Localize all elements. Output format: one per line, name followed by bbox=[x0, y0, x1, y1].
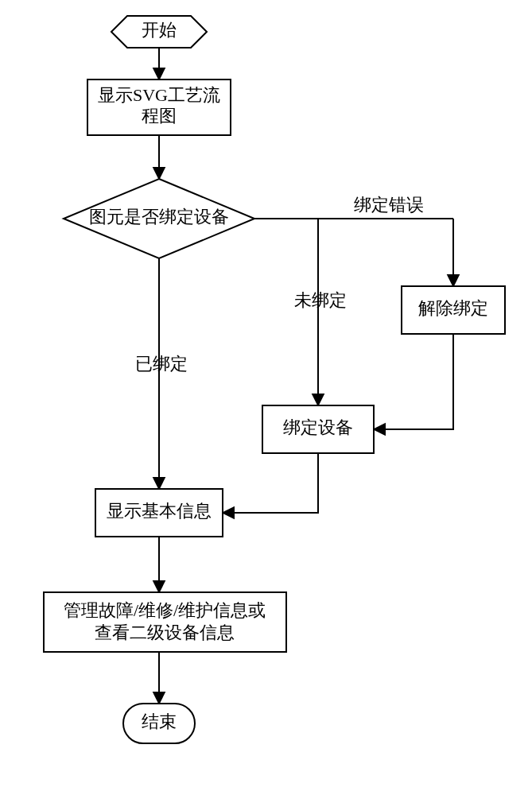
label-manage-1: 管理故障/维修/维护信息或 bbox=[64, 600, 266, 620]
label-end: 结束 bbox=[142, 712, 177, 731]
label-unbind: 解除绑定 bbox=[418, 298, 488, 318]
label-error: 绑定错误 bbox=[354, 195, 424, 215]
flowchart: 开始 显示SVG工艺流 程图 图元是否绑定设备 未绑定 绑定错误 解除绑定 已绑… bbox=[0, 0, 532, 795]
label-manage-2: 查看二级设备信息 bbox=[95, 622, 235, 642]
label-showInfo: 显示基本信息 bbox=[107, 501, 212, 521]
label-showSvg-1: 显示SVG工艺流 bbox=[98, 85, 220, 105]
label-bound: 已绑定 bbox=[135, 354, 188, 374]
label-unbound: 未绑定 bbox=[294, 290, 347, 310]
label-showSvg-2: 程图 bbox=[142, 106, 177, 126]
edge-unbind-bindDev bbox=[374, 334, 453, 429]
label-decision: 图元是否绑定设备 bbox=[89, 207, 229, 227]
label-start: 开始 bbox=[142, 20, 177, 40]
edge-bindDev-showInfo bbox=[223, 453, 318, 513]
label-bindDev: 绑定设备 bbox=[283, 417, 353, 437]
